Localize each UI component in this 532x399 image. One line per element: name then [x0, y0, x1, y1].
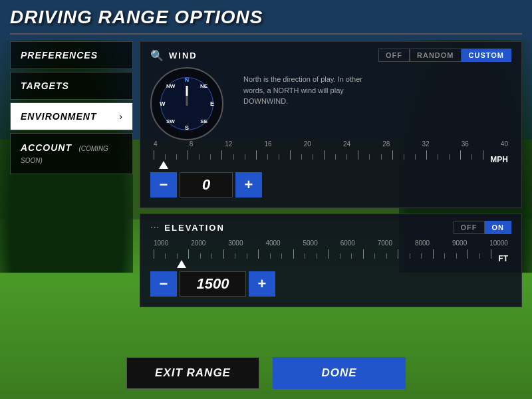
chevron-right-icon: › [119, 111, 122, 122]
tick [256, 150, 257, 160]
sidebar-item-targets[interactable]: TARGETS [10, 72, 133, 100]
wind-toggle-random[interactable]: RANDOM [410, 49, 462, 62]
sidebar-account-label-group: ACCOUNT (COMING SOON) [21, 142, 122, 166]
elevation-icon: ··· [150, 221, 159, 233]
tick [290, 150, 291, 160]
tick [351, 253, 352, 259]
compass-arrow [186, 86, 188, 106]
compass-east: E [210, 100, 214, 107]
tick [281, 253, 282, 259]
compass-inner: N S E W NE NW SE SW [160, 77, 213, 130]
wind-scale-24: 24 [343, 140, 350, 148]
elevation-toggle-on[interactable]: ON [485, 221, 512, 234]
elevation-unit-label: FT [498, 254, 508, 263]
sidebar-item-account[interactable]: ACCOUNT (COMING SOON) [10, 133, 133, 174]
wind-right-area: North is the direction of play. In other… [243, 67, 511, 107]
compass-west: W [160, 100, 166, 107]
wind-scale-32: 32 [422, 140, 429, 148]
wind-panel-title: WIND [169, 51, 198, 61]
compass-sw: SW [166, 118, 175, 124]
compass-circle: N S E W NE NW SE SW [150, 67, 223, 140]
wind-indicator [159, 161, 168, 169]
wind-scale-40: 40 [501, 140, 508, 148]
wind-scale-numbers: 4 8 12 16 20 24 28 32 36 40 [150, 140, 511, 148]
sidebar-item-preferences[interactable]: PREFERENCES [10, 41, 133, 69]
tick [363, 249, 364, 259]
tick [421, 253, 422, 259]
done-button[interactable]: DONE [273, 357, 406, 389]
compass-north: N [185, 76, 190, 83]
tick [483, 150, 483, 160]
sidebar-preferences-label: PREFERENCES [21, 50, 98, 61]
elevation-title-area: ··· ELEVATION [150, 221, 225, 233]
exit-range-button[interactable]: EXIT RANGE [126, 357, 259, 389]
tick [317, 253, 317, 259]
wind-minus-button[interactable]: − [150, 172, 177, 198]
tick [433, 249, 434, 259]
compass-se: SE [200, 118, 207, 124]
tick [328, 249, 329, 259]
search-icon: 🔍 [150, 49, 164, 62]
tick [223, 249, 224, 259]
tick [235, 253, 235, 259]
wind-track[interactable] [150, 149, 487, 169]
wind-toggle-off[interactable]: OFF [378, 49, 410, 62]
wind-panel: 🔍 WIND OFF RANDOM CUSTOM [140, 41, 522, 208]
elev-scale-5000: 5000 [303, 239, 318, 247]
wind-track-row: MPH [150, 149, 511, 169]
tick [381, 154, 382, 160]
sidebar-account-label: ACCOUNT [21, 142, 72, 153]
tick [374, 253, 375, 259]
tick [392, 150, 393, 160]
wind-ticks [154, 149, 483, 160]
tick [293, 249, 294, 259]
content-area: PREFERENCES TARGETS ENVIRONMENT › ACCOUN… [10, 41, 522, 349]
tick [324, 150, 325, 160]
tick [369, 154, 370, 160]
wind-toggle-custom[interactable]: CUSTOM [462, 49, 511, 62]
elevation-toggle-group: OFF ON [454, 221, 512, 234]
wind-description: North is the direction of play. In other… [243, 67, 363, 107]
wind-plus-button[interactable]: + [235, 172, 262, 198]
elevation-panel-header: ··· ELEVATION OFF ON [150, 221, 511, 234]
title-divider [10, 33, 522, 35]
wind-scale-4: 4 [154, 140, 158, 148]
tick [165, 154, 166, 160]
wind-stepper: − 0 + [150, 172, 511, 198]
tick [270, 253, 271, 259]
sidebar: PREFERENCES TARGETS ENVIRONMENT › ACCOUN… [10, 41, 133, 349]
elevation-plus-button[interactable]: + [249, 271, 275, 297]
sidebar-item-environment[interactable]: ENVIRONMENT › [10, 102, 133, 130]
tick [176, 154, 177, 160]
elevation-scale: 1000 2000 3000 4000 5000 6000 7000 8000 … [150, 239, 511, 268]
tick [410, 253, 410, 259]
tick [456, 253, 457, 259]
elevation-track[interactable] [150, 248, 495, 268]
tick [301, 154, 302, 160]
tick [340, 253, 340, 259]
wind-toggle-group: OFF RANDOM CUSTOM [378, 49, 511, 62]
compass-container: N S E W NE NW SE SW [150, 67, 230, 140]
elevation-toggle-off[interactable]: OFF [454, 221, 485, 234]
main-container: DRIVING RANGE OPTIONS PREFERENCES TARGET… [0, 0, 532, 399]
tick [279, 154, 279, 160]
tick [258, 249, 259, 259]
elevation-value-display: 1500 [180, 271, 246, 297]
elev-scale-6000: 6000 [340, 239, 355, 247]
elevation-minus-button[interactable]: − [150, 271, 177, 297]
tick [460, 150, 461, 160]
tick [188, 249, 189, 259]
elevation-panel: ··· ELEVATION OFF ON 1000 2000 3000 4000 [140, 213, 522, 307]
tick [210, 154, 211, 160]
elevation-scale-numbers: 1000 2000 3000 4000 5000 6000 7000 8000 … [150, 239, 511, 247]
tick [415, 154, 416, 160]
tick [398, 249, 398, 259]
tick [449, 154, 450, 160]
elev-scale-1000: 1000 [154, 239, 168, 247]
tick [426, 150, 427, 160]
tick [267, 154, 268, 160]
tick [491, 249, 491, 259]
tick [313, 154, 313, 160]
sidebar-environment-label: ENVIRONMENT [21, 111, 96, 122]
elev-scale-4000: 4000 [265, 239, 280, 247]
